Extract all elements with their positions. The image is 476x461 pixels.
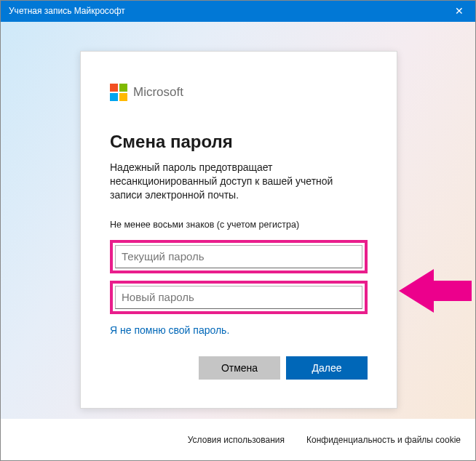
current-password-input[interactable] xyxy=(115,245,362,268)
description-text: Надежный пароль предотвращает несанкцион… xyxy=(110,161,368,202)
microsoft-logo-icon xyxy=(110,84,127,101)
forgot-password-link[interactable]: Я не помню свой пароль. xyxy=(110,324,368,336)
next-button[interactable]: Далее xyxy=(286,356,368,380)
terms-link[interactable]: Условия использования xyxy=(188,435,285,445)
current-password-highlight xyxy=(110,240,368,273)
change-password-card: Microsoft Смена пароля Надежный пароль п… xyxy=(80,51,397,409)
svg-rect-2 xyxy=(110,93,118,101)
svg-rect-1 xyxy=(119,84,127,92)
svg-rect-3 xyxy=(119,93,127,101)
window-close-button[interactable]: ✕ xyxy=(443,0,476,22)
microsoft-brand: Microsoft xyxy=(110,84,368,101)
new-password-input[interactable] xyxy=(115,286,362,309)
svg-rect-0 xyxy=(110,84,118,92)
svg-marker-4 xyxy=(399,269,472,313)
page-title: Смена пароля xyxy=(110,132,368,152)
new-password-highlight xyxy=(110,281,368,314)
annotation-arrow-icon xyxy=(399,268,472,314)
cancel-button[interactable]: Отмена xyxy=(199,356,280,380)
button-row: Отмена Далее xyxy=(110,356,368,380)
privacy-link[interactable]: Конфиденциальность и файлы cookie xyxy=(306,435,461,445)
footer-links: Условия использования Конфиденциальность… xyxy=(1,420,475,460)
microsoft-wordmark: Microsoft xyxy=(133,85,183,100)
close-icon: ✕ xyxy=(455,5,464,17)
password-rule-text: Не менее восьми знаков (с учетом регистр… xyxy=(110,220,368,230)
window-titlebar: Учетная запись Майкрософт ✕ xyxy=(0,0,476,22)
window-title: Учетная запись Майкрософт xyxy=(9,6,125,16)
